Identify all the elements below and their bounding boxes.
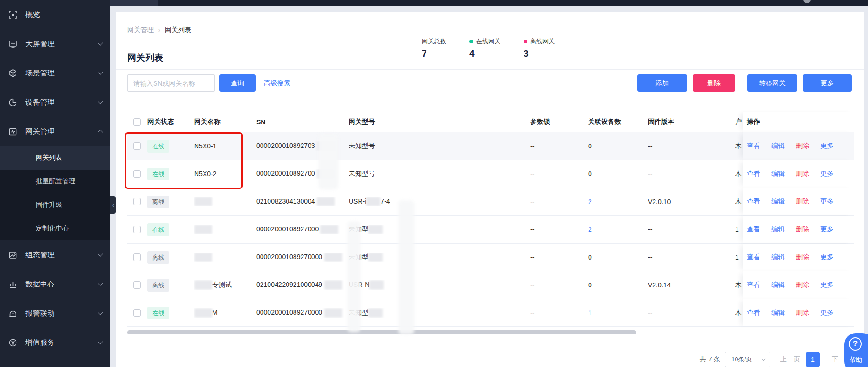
horizontal-scrollbar[interactable]	[127, 330, 636, 334]
sidebar-item-gateway[interactable]: 网关管理	[0, 117, 110, 146]
sidebar-item-data-center[interactable]: 数据中心	[0, 269, 110, 299]
table-row[interactable]: 离线 000020001089270000 未知型 -- 0 -- 1 查看 编…	[127, 244, 854, 271]
view-link[interactable]: 查看	[747, 281, 760, 289]
firmware-cell: V2.0.10	[648, 198, 735, 205]
row-checkbox[interactable]	[133, 226, 141, 233]
redacted-blob	[368, 308, 383, 318]
chevron-down-icon	[98, 251, 103, 256]
chevron-down-icon	[98, 40, 103, 45]
actions-cell: 查看 编辑 删除 更多	[743, 188, 854, 215]
sidebar-nav: 概览 大屏管理 场景管理 设备管理 网关管理	[0, 0, 110, 367]
view-link[interactable]: 查看	[747, 170, 760, 178]
delete-link[interactable]: 删除	[796, 197, 809, 206]
top-bar-active-tab[interactable]	[110, 0, 158, 6]
user-avatar[interactable]	[803, 0, 811, 3]
view-link[interactable]: 查看	[747, 309, 760, 317]
column-header-firmware: 固件版本	[648, 118, 735, 126]
delete-button[interactable]: 删除	[693, 74, 735, 92]
chevron-down-icon	[98, 339, 103, 344]
view-link[interactable]: 查看	[747, 197, 760, 206]
table-row[interactable]: 在线 N5X0-2 0000200010892700 未知型号 -- 0 -- …	[127, 160, 854, 188]
more-button[interactable]: 更多	[803, 74, 852, 92]
row-checkbox[interactable]	[133, 309, 141, 317]
gateway-name-cell	[194, 225, 256, 234]
sidebar-item-hmi[interactable]: 组态管理	[0, 240, 110, 269]
search-input[interactable]	[127, 74, 215, 92]
row-more-link[interactable]: 更多	[820, 197, 834, 206]
alarm-icon	[8, 309, 17, 318]
row-checkbox[interactable]	[133, 142, 141, 150]
gateway-table: 网关状态 网关名称 SN 网关型号 参数锁 关联设备数 固件版本 户 操作 在线…	[127, 112, 854, 327]
sidebar-collapse-handle[interactable]: ‹	[110, 196, 116, 214]
delete-link[interactable]: 删除	[796, 225, 809, 234]
row-checkbox[interactable]	[133, 198, 141, 205]
view-link[interactable]: 查看	[747, 142, 760, 150]
redacted-blob	[194, 197, 212, 206]
redacted-blob	[194, 308, 212, 318]
scene-icon	[8, 69, 17, 78]
sidebar-item-big-screen[interactable]: 大屏管理	[0, 29, 110, 58]
add-button[interactable]: 添加	[637, 74, 687, 92]
sidebar-item-label: 大屏管理	[25, 40, 98, 49]
sidebar-item-value-service[interactable]: 增值服务	[0, 328, 110, 357]
table-row[interactable]: 离线 专测试 021004220921000049 USR-N -- 0 V2.…	[127, 271, 854, 299]
row-more-link[interactable]: 更多	[820, 225, 834, 234]
row-checkbox[interactable]	[133, 281, 141, 289]
help-button[interactable]: ? 帮助	[844, 333, 868, 367]
redacted-blob	[320, 225, 338, 234]
sidebar-item-overview[interactable]: 概览	[0, 0, 110, 29]
column-header-devices: 关联设备数	[588, 118, 648, 126]
firmware-cell: V2.0.14	[648, 281, 735, 289]
edit-link[interactable]: 编辑	[771, 281, 785, 289]
query-button[interactable]: 查询	[219, 74, 256, 92]
row-more-link[interactable]: 更多	[820, 253, 834, 261]
sidebar-item-firmware-upgrade[interactable]: 固件升级	[0, 193, 110, 217]
edit-link[interactable]: 编辑	[771, 225, 785, 234]
edit-link[interactable]: 编辑	[771, 142, 785, 150]
delete-link[interactable]: 删除	[796, 253, 809, 261]
gateway-name-cell: M	[194, 308, 256, 318]
advanced-search-link[interactable]: 高级搜索	[264, 79, 290, 88]
delete-link[interactable]: 删除	[796, 309, 809, 317]
row-checkbox[interactable]	[133, 253, 141, 261]
column-header-name: 网关名称	[194, 118, 256, 126]
transfer-gateway-button[interactable]: 转移网关	[747, 74, 797, 92]
row-more-link[interactable]: 更多	[820, 170, 834, 178]
delete-link[interactable]: 删除	[796, 281, 809, 289]
view-link[interactable]: 查看	[747, 253, 760, 261]
row-more-link[interactable]: 更多	[820, 142, 834, 150]
row-more-link[interactable]: 更多	[820, 309, 834, 317]
column-header-model: 网关型号	[349, 118, 530, 126]
table-row[interactable]: 在线 M 000020001089270000 未知型 -- 1 -- 木 查看…	[127, 299, 854, 327]
clipped-column-cell: 木	[735, 170, 743, 178]
edit-link[interactable]: 编辑	[771, 309, 785, 317]
data-center-icon	[8, 280, 17, 289]
section-divider	[116, 69, 864, 70]
table-row[interactable]: 离线 0210082304130004 USR-i7-4 -- 2 V2.0.1…	[127, 188, 854, 216]
page-size-select[interactable]: 10条/页	[725, 352, 770, 367]
row-checkbox[interactable]	[133, 170, 141, 178]
sidebar-item-batch-config[interactable]: 批量配置管理	[0, 170, 110, 193]
edit-link[interactable]: 编辑	[771, 197, 785, 206]
actions-cell: 查看 编辑 删除 更多	[743, 216, 854, 243]
redacted-blob	[317, 141, 335, 151]
sidebar-item-alarm[interactable]: 报警联动	[0, 299, 110, 328]
delete-link[interactable]: 删除	[796, 142, 809, 150]
sidebar-item-device[interactable]: 设备管理	[0, 88, 110, 117]
sidebar-item-scene[interactable]: 场景管理	[0, 58, 110, 88]
sidebar-item-customization[interactable]: 定制化中心	[0, 217, 110, 240]
stat-label: 离线网关	[530, 37, 555, 46]
table-row[interactable]: 在线 00002000108927000 未知型 -- 2 -- 1 查看 编辑…	[127, 216, 854, 244]
table-row[interactable]: 在线 N5X0-1 0000200010892703 未知型号 -- 0 -- …	[127, 132, 854, 160]
prev-page-button[interactable]: 上一页	[780, 349, 800, 367]
view-link[interactable]: 查看	[747, 225, 760, 234]
edit-link[interactable]: 编辑	[771, 253, 785, 261]
row-more-link[interactable]: 更多	[820, 281, 834, 289]
breadcrumb-parent[interactable]: 网关管理	[127, 26, 154, 34]
delete-link[interactable]: 删除	[796, 170, 809, 178]
param-lock-cell: --	[530, 226, 588, 233]
select-all-checkbox[interactable]	[133, 118, 141, 126]
current-page-button[interactable]: 1	[806, 352, 820, 367]
edit-link[interactable]: 编辑	[771, 170, 785, 178]
sidebar-item-gateway-list[interactable]: 网关列表	[0, 146, 110, 170]
